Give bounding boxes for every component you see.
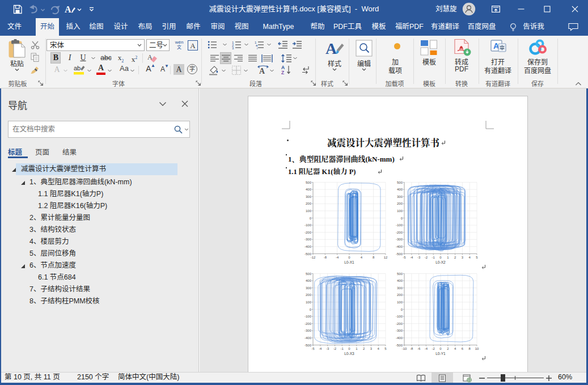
- svg-text:0: 0: [310, 308, 312, 311]
- svg-text:L0-Y1: L0-Y1: [435, 352, 446, 356]
- svg-text:500: 500: [397, 181, 403, 184]
- svg-text:-5: -5: [311, 347, 315, 350]
- svg-text:-200: -200: [396, 231, 403, 234]
- svg-text:-200: -200: [304, 231, 312, 234]
- svg-text:200: 200: [397, 202, 403, 205]
- svg-text:-500: -500: [304, 344, 312, 347]
- svg-text:-100: -100: [396, 223, 403, 227]
- svg-text:300: 300: [397, 286, 403, 290]
- svg-text:-4: -4: [319, 347, 322, 350]
- svg-text:-100: -100: [304, 315, 312, 318]
- svg-text:8: 8: [469, 347, 471, 350]
- svg-text:-400: -400: [396, 245, 403, 248]
- svg-text:-200: -200: [396, 322, 403, 325]
- svg-text:3: 3: [232, 46, 234, 50]
- svg-text:200: 200: [306, 202, 312, 205]
- svg-text:100: 100: [306, 301, 312, 304]
- svg-text:200: 200: [397, 293, 403, 297]
- svg-text:4: 4: [469, 256, 471, 259]
- svg-text:4: 4: [454, 347, 456, 350]
- svg-text:0: 0: [401, 308, 403, 311]
- svg-text:-200: -200: [304, 322, 312, 325]
- svg-text:-4: -4: [425, 347, 428, 350]
- svg-text:-12: -12: [311, 256, 316, 259]
- svg-text:200: 200: [306, 293, 312, 297]
- svg-text:3: 3: [370, 347, 373, 350]
- svg-text:6: 6: [462, 347, 464, 350]
- svg-text:1: 1: [447, 256, 449, 259]
- svg-text:-8: -8: [324, 256, 327, 259]
- svg-text:400: 400: [397, 279, 403, 282]
- svg-text:10: 10: [475, 347, 479, 350]
- svg-text:A: A: [325, 40, 337, 57]
- svg-text:300: 300: [397, 195, 403, 198]
- svg-text:4: 4: [378, 347, 380, 350]
- svg-text:-2: -2: [425, 256, 428, 259]
- svg-text:-500: -500: [396, 252, 403, 256]
- svg-text:-1: -1: [432, 256, 435, 259]
- svg-text:-100: -100: [304, 223, 312, 227]
- svg-text:0: 0: [348, 256, 350, 259]
- svg-text:-3: -3: [326, 347, 329, 350]
- svg-text:-8: -8: [410, 347, 413, 350]
- svg-text:400: 400: [397, 188, 403, 191]
- svg-text:-4: -4: [336, 256, 339, 259]
- svg-text:8: 8: [373, 256, 375, 259]
- svg-text:5: 5: [384, 347, 387, 350]
- svg-text:2: 2: [447, 347, 449, 350]
- svg-text:500: 500: [397, 272, 403, 276]
- svg-text:-5: -5: [403, 256, 406, 259]
- svg-text:L0-X3: L0-X3: [344, 352, 354, 356]
- svg-text:400: 400: [306, 279, 312, 282]
- svg-text:100: 100: [397, 209, 403, 213]
- svg-text:-300: -300: [396, 238, 403, 241]
- svg-text:1: 1: [356, 347, 358, 350]
- svg-text:0: 0: [439, 347, 442, 350]
- svg-text:ab: ab: [74, 65, 81, 71]
- svg-text:-2: -2: [333, 347, 337, 350]
- svg-text:-400: -400: [304, 336, 312, 340]
- svg-text:-1: -1: [341, 347, 344, 350]
- svg-text:3: 3: [462, 256, 464, 259]
- svg-text:-3: -3: [417, 256, 421, 259]
- svg-text:0: 0: [310, 217, 312, 220]
- svg-text:-100: -100: [396, 315, 403, 318]
- svg-text:L0-X1: L0-X1: [344, 260, 354, 264]
- svg-text:-400: -400: [396, 336, 403, 340]
- svg-text:-300: -300: [396, 329, 403, 332]
- svg-text:A: A: [259, 67, 265, 75]
- svg-text:4: 4: [361, 256, 363, 259]
- svg-text:L0-X2: L0-X2: [435, 260, 446, 264]
- svg-text:-400: -400: [304, 245, 312, 248]
- svg-text:0: 0: [401, 217, 403, 220]
- svg-text:100: 100: [306, 209, 312, 213]
- svg-text:500: 500: [306, 181, 312, 184]
- svg-text:i: i: [257, 46, 257, 50]
- svg-text:400: 400: [306, 188, 312, 191]
- svg-text:-4: -4: [410, 256, 413, 259]
- svg-text:300: 300: [306, 286, 312, 290]
- svg-text:2: 2: [454, 256, 456, 259]
- svg-text:-300: -300: [304, 329, 312, 332]
- svg-text:5: 5: [476, 256, 478, 259]
- svg-text:Z: Z: [281, 70, 284, 75]
- svg-text:0: 0: [439, 256, 442, 259]
- svg-text:-2: -2: [432, 347, 435, 350]
- svg-text:-6: -6: [417, 347, 421, 350]
- svg-text:300: 300: [306, 195, 312, 198]
- svg-text:12: 12: [384, 256, 388, 259]
- svg-text:0: 0: [348, 347, 350, 350]
- svg-text:500: 500: [306, 272, 312, 276]
- svg-text:2: 2: [363, 347, 365, 350]
- svg-text:-10: -10: [402, 347, 407, 350]
- svg-text:-300: -300: [304, 238, 312, 241]
- svg-text:100: 100: [397, 301, 403, 304]
